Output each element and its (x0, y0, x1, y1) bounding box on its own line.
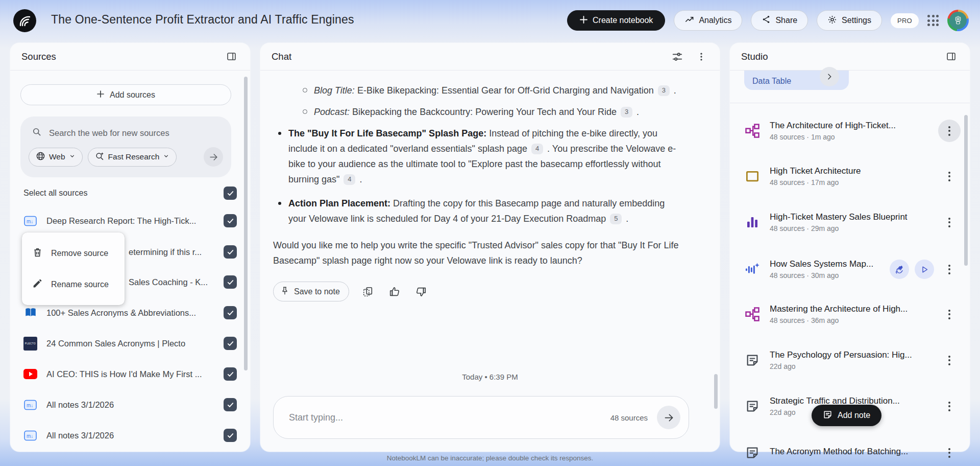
chip-next-button[interactable] (820, 67, 839, 86)
copy-icon[interactable] (360, 284, 376, 299)
select-all-checkbox[interactable] (224, 187, 237, 200)
source-row[interactable]: AI CEO: THIS is How I'd Make My First ..… (23, 362, 237, 386)
search-input[interactable] (49, 128, 217, 138)
bar-chart-icon (744, 214, 761, 230)
source-checkbox[interactable] (224, 398, 237, 411)
note-icon (744, 398, 761, 414)
source-checkbox[interactable] (224, 429, 237, 442)
add-sources-button[interactable]: Add sources (20, 84, 231, 105)
studio-item-menu-icon[interactable] (938, 441, 961, 464)
note-icon (744, 352, 761, 368)
source-checkbox[interactable] (224, 275, 237, 289)
thumbs-up-icon[interactable] (387, 284, 402, 299)
trending-up-icon (684, 15, 694, 27)
source-row[interactable]: PLECTO 24 Common Sales Acronyms | Plecto (23, 331, 237, 356)
remove-source-menu-item[interactable]: Remove source (22, 238, 125, 269)
disclaimer-text: NotebookLM can be inaccurate; please dou… (260, 454, 720, 462)
chat-panel-title: Chat (272, 51, 291, 62)
note-add-icon (823, 410, 832, 422)
flowchart-icon (744, 306, 761, 322)
chat-input[interactable] (289, 412, 610, 423)
fast-research-chip[interactable]: Fast Research (88, 148, 177, 167)
rename-source-menu-item[interactable]: Rename source (22, 269, 125, 300)
citation-chip[interactable]: 4 (344, 174, 355, 185)
plecto-logo-icon: PLECTO (23, 337, 37, 351)
notebooklm-app: The One-Sentence Profit Extractor and AI… (0, 0, 980, 466)
save-to-note-button[interactable]: Save to note (273, 282, 349, 301)
plus-icon (579, 15, 588, 26)
collapse-studio-panel-icon[interactable] (944, 49, 959, 64)
chat-closing-paragraph: Would you like me to help you write the … (273, 238, 683, 268)
sources-panel: Sources Add sources Web (10, 43, 250, 452)
create-notebook-button[interactable]: Create notebook (567, 10, 665, 31)
analytics-button[interactable]: Analytics (674, 10, 742, 31)
google-apps-icon[interactable] (927, 15, 939, 26)
svg-text:m↓: m↓ (27, 218, 33, 224)
svg-text:m↓: m↓ (27, 433, 33, 438)
source-context-menu: Remove source Rename source (22, 232, 125, 305)
source-checkbox[interactable] (224, 367, 237, 381)
collapse-sources-panel-icon[interactable] (224, 49, 239, 64)
studio-item-menu-icon[interactable] (938, 211, 961, 234)
studio-item-row[interactable]: The Architecture of High-Ticket...48 sou… (741, 115, 961, 146)
web-search-card: Web Fast Research (20, 116, 231, 177)
studio-item-row[interactable]: The Psychology of Persuasion: Hig...22d … (741, 345, 961, 376)
source-checkbox[interactable] (224, 337, 237, 350)
send-message-button[interactable] (657, 406, 680, 429)
studio-item-row[interactable]: High Ticket Architecture48 sources · 17m… (741, 161, 961, 192)
citation-chip[interactable]: 4 (531, 144, 543, 154)
citation-chip[interactable]: 3 (658, 85, 670, 96)
play-audio-button[interactable] (915, 260, 934, 279)
add-note-button[interactable]: Add note (812, 405, 881, 426)
thumbs-down-icon[interactable] (413, 284, 429, 299)
avatar[interactable] (947, 10, 969, 31)
trash-icon (32, 247, 43, 260)
source-checkbox[interactable] (224, 214, 237, 227)
sources-count-label: 48 sources (610, 413, 648, 422)
chat-settings-icon[interactable] (670, 49, 685, 64)
studio-item-menu-icon[interactable] (938, 303, 961, 325)
notebooklm-logo-icon[interactable] (13, 9, 36, 32)
audio-waveform-icon (744, 261, 761, 277)
chat-bullet-list: The "Buy It For Life Basecamp" Splash Pa… (273, 126, 683, 226)
source-checkbox[interactable] (224, 306, 237, 319)
studio-item-row[interactable]: The Acronym Method for Batching... (741, 437, 961, 466)
studio-item-menu-icon[interactable] (938, 165, 961, 188)
settings-button[interactable]: Settings (817, 10, 882, 31)
chat-bullet: Action Plan Placement: Drafting the copy… (273, 196, 683, 226)
pro-badge: PRO (891, 13, 919, 28)
chat-panel: Chat Blog Title: E-Bike Bikepacking: Ess… (260, 43, 720, 452)
svg-text:m↓: m↓ (27, 402, 33, 408)
studio-item-menu-icon[interactable] (938, 395, 961, 417)
chat-message-area: Blog Title: E-Bike Bikepacking: Essentia… (260, 71, 715, 452)
citation-chip[interactable]: 3 (621, 107, 632, 118)
notebook-title[interactable]: The One-Sentence Profit Extractor and AI… (51, 13, 354, 27)
source-row[interactable]: m↓ All notes 3/1/2026 (23, 423, 237, 448)
studio-item-menu-icon[interactable] (938, 120, 961, 142)
top-header: The One-Sentence Profit Extractor and AI… (0, 0, 980, 41)
interactive-mode-button[interactable] (890, 260, 909, 279)
chat-bullet: The "Buy It For Life Basecamp" Splash Pa… (273, 126, 683, 187)
globe-icon (36, 151, 45, 163)
search-icon (32, 127, 42, 139)
chat-scrollbar[interactable] (714, 374, 718, 409)
source-row[interactable]: m↓ Deep Research Report: The High-Tick..… (23, 208, 237, 233)
studio-item-row[interactable]: High-Ticket Mastery Sales Blueprint48 so… (741, 207, 961, 238)
web-source-chip[interactable]: Web (29, 148, 83, 167)
studio-item-row[interactable]: How Sales Systems Map...48 sources · 30m… (741, 254, 961, 285)
chat-more-menu-icon[interactable] (694, 50, 708, 64)
studio-scrollbar[interactable] (964, 115, 968, 266)
share-button[interactable]: Share (751, 10, 808, 31)
submit-search-button[interactable] (204, 147, 223, 167)
studio-item-menu-icon[interactable] (938, 258, 961, 281)
studio-item-menu-icon[interactable] (938, 349, 961, 371)
citation-chip[interactable]: 5 (610, 214, 622, 224)
book-source-icon (23, 306, 37, 320)
source-row[interactable]: m↓ All notes 3/1/2026 (23, 392, 237, 417)
sources-scrollbar[interactable] (244, 77, 248, 370)
chevron-down-icon (163, 152, 169, 161)
select-all-row: Select all sources (23, 185, 237, 201)
share-icon (762, 15, 771, 26)
studio-item-row[interactable]: Mastering the Architecture of High...48 … (741, 299, 961, 330)
source-checkbox[interactable] (224, 245, 237, 259)
